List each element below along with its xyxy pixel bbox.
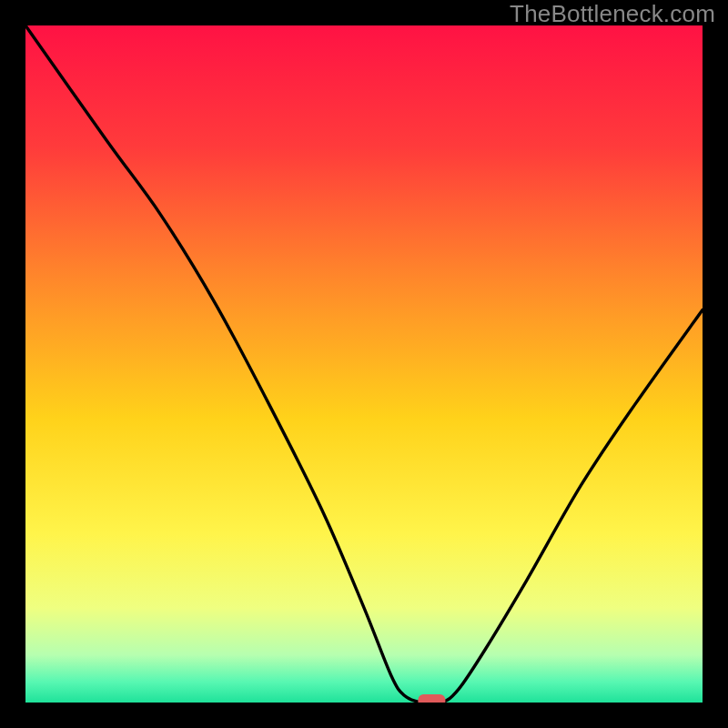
gradient-background — [25, 25, 703, 703]
bottleneck-chart — [25, 25, 703, 703]
optimum-marker — [418, 694, 445, 703]
chart-frame: TheBottleneck.com — [0, 0, 728, 728]
watermark-text: TheBottleneck.com — [510, 0, 715, 28]
